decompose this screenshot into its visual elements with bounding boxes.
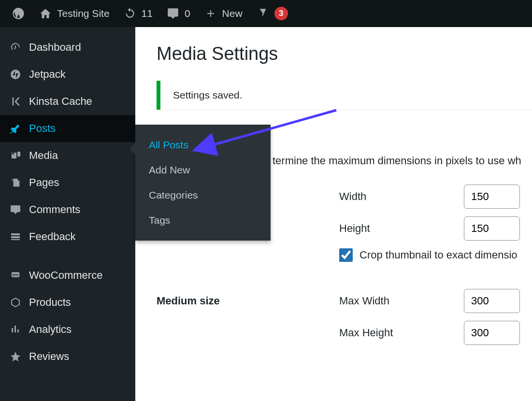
medium-width-row: Medium size Max Width — [157, 289, 532, 313]
sidebar-item-feedback[interactable]: Feedback — [0, 223, 135, 250]
refresh-icon — [123, 7, 137, 20]
max-height-label: Max Height — [339, 327, 464, 339]
submenu-add-new[interactable]: Add New — [135, 158, 271, 183]
comments-bar[interactable]: 0 — [159, 0, 197, 27]
sidebar-item-dashboard[interactable]: Dashboard — [0, 34, 135, 61]
sidebar-item-jetpack[interactable]: Jetpack — [0, 61, 135, 88]
width-label: Width — [339, 190, 464, 203]
sidebar-separator — [0, 250, 135, 262]
sidebar-item-analytics[interactable]: Analytics — [0, 316, 135, 343]
dashboard-icon — [9, 41, 22, 54]
sidebar-item-reviews[interactable]: Reviews — [0, 343, 135, 370]
medium-width-input[interactable] — [464, 289, 520, 313]
yoast-icon — [256, 7, 270, 20]
jetpack-icon — [9, 68, 22, 81]
sidebar-item-pages[interactable]: Pages — [0, 169, 135, 196]
home-icon — [39, 7, 52, 20]
page-title: Media Settings — [157, 43, 532, 64]
sidebar-label: Media — [29, 149, 58, 162]
sidebar-label: Analytics — [29, 323, 72, 336]
medium-height-input[interactable] — [464, 321, 520, 345]
updates-count: 11 — [142, 8, 153, 19]
sidebar-item-media[interactable]: Media — [0, 142, 135, 169]
sidebar-item-products[interactable]: Products — [0, 289, 135, 316]
medium-height-row: Max Height — [157, 321, 532, 345]
sidebar-label: Kinsta Cache — [29, 95, 92, 108]
submenu-tags[interactable]: Tags — [135, 208, 271, 233]
crop-checkbox-label[interactable]: Crop thumbnail to exact dimensio — [339, 248, 518, 262]
medium-size-label: Medium size — [157, 295, 339, 307]
height-label: Height — [339, 222, 464, 235]
comments-icon — [9, 203, 22, 216]
notification-badge: 3 — [274, 7, 288, 20]
sidebar-label: Pages — [29, 176, 59, 189]
sidebar-label: Comments — [29, 203, 80, 216]
thumbnail-width-input[interactable] — [464, 185, 520, 209]
svg-point-0 — [11, 70, 20, 79]
max-width-label: Max Width — [339, 295, 464, 307]
posts-submenu: All Posts Add New Categories Tags — [135, 125, 271, 241]
kinsta-icon — [9, 95, 22, 108]
pages-icon — [9, 176, 22, 189]
woo-icon: woo — [9, 269, 22, 282]
new-content[interactable]: New — [197, 0, 249, 27]
thumbnail-height-input[interactable] — [464, 216, 520, 241]
svg-text:woo: woo — [12, 273, 19, 276]
sidebar-label: WooCommerce — [29, 269, 102, 282]
sidebar-label: Posts — [29, 122, 56, 135]
submenu-categories[interactable]: Categories — [135, 183, 271, 208]
sidebar-label: Products — [29, 296, 71, 309]
comments-count: 0 — [185, 8, 190, 19]
pin-icon — [9, 122, 22, 135]
feedback-icon — [9, 230, 22, 243]
media-icon — [9, 149, 22, 162]
site-title: Testing Site — [57, 8, 110, 19]
wordpress-icon — [12, 7, 25, 20]
thumbnail-crop-row: Crop thumbnail to exact dimensio — [157, 248, 532, 262]
wp-logo[interactable] — [5, 0, 32, 27]
sidebar-label: Jetpack — [29, 68, 66, 81]
admin-toolbar: Testing Site 11 0 New 3 — [0, 0, 532, 27]
sidebar-item-woocommerce[interactable]: woo WooCommerce — [0, 262, 135, 289]
settings-saved-notice: Settings saved. — [157, 81, 532, 110]
products-icon — [9, 296, 22, 309]
flyout-arrow-icon — [129, 143, 135, 155]
crop-text: Crop thumbnail to exact dimensio — [359, 249, 518, 261]
sidebar-item-comments[interactable]: Comments — [0, 196, 135, 223]
new-label: New — [222, 8, 243, 19]
star-icon — [9, 350, 22, 363]
sidebar-label: Dashboard — [29, 41, 81, 54]
comment-icon — [166, 7, 180, 20]
sidebar-item-kinsta[interactable]: Kinsta Cache — [0, 88, 135, 115]
submenu-all-posts[interactable]: All Posts — [135, 132, 271, 158]
site-home[interactable]: Testing Site — [32, 0, 116, 27]
plus-icon — [204, 7, 217, 20]
sidebar-item-posts[interactable]: Posts — [0, 115, 135, 142]
yoast[interactable]: 3 — [249, 0, 295, 27]
sidebar-label: Feedback — [29, 230, 76, 243]
analytics-icon — [9, 323, 22, 336]
crop-checkbox[interactable] — [339, 248, 353, 262]
sidebar-label: Reviews — [29, 350, 69, 363]
updates[interactable]: 11 — [116, 0, 159, 27]
admin-sidebar: Dashboard Jetpack Kinsta Cache Posts Med… — [0, 27, 135, 401]
